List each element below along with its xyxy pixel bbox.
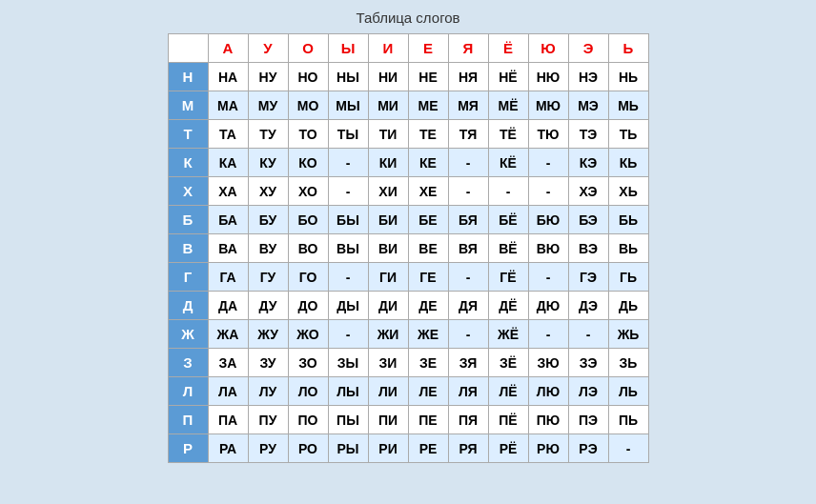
cell-Т-10: ТЬ [608,120,648,149]
cell-Р-9: РЭ [568,434,608,463]
cell-В-0: ВА [208,234,248,263]
cell-Л-3: ЛЫ [328,377,368,406]
cell-Н-4: НИ [368,63,408,91]
cell-Ж-6: - [448,320,488,349]
header-vowel-Э: Э [568,34,608,63]
syllable-table: АУОЫИЕЯЁЮЭЬННАНУНОНЫНИНЕНЯНЁНЮНЭНЬММАМУМ… [168,33,649,463]
cell-М-0: МА [208,91,248,120]
row-label-Н: Н [168,63,208,91]
cell-М-5: МЕ [408,91,448,120]
cell-П-0: ПА [208,406,248,434]
cell-Г-8: - [528,263,568,292]
cell-Т-4: ТИ [368,120,408,149]
cell-Л-2: ЛО [288,377,328,406]
cell-Т-5: ТЕ [408,120,448,149]
cell-Л-9: ЛЭ [568,377,608,406]
cell-М-4: МИ [368,91,408,120]
cell-Б-1: БУ [248,206,288,234]
cell-Г-4: ГИ [368,263,408,292]
cell-П-5: ПЕ [408,406,448,434]
row-label-П: П [168,406,208,434]
cell-К-1: КУ [248,149,288,177]
row-label-Л: Л [168,377,208,406]
cell-Д-10: ДЬ [608,292,648,320]
row-label-Х: Х [168,177,208,206]
cell-В-8: ВЮ [528,234,568,263]
cell-Р-1: РУ [248,434,288,463]
row-label-Г: Г [168,263,208,292]
table-row: ППАПУПОПЫПИПЕПЯПЁПЮПЭПЬ [168,406,648,434]
cell-Д-0: ДА [208,292,248,320]
cell-Т-0: ТА [208,120,248,149]
row-label-М: М [168,91,208,120]
cell-Д-7: ДЁ [488,292,528,320]
table-row: ХХАХУХО-ХИХЕ---ХЭХЬ [168,177,648,206]
table-row: ББАБУБОБЫБИБЕБЯБЁБЮБЭБЬ [168,206,648,234]
cell-Г-9: ГЭ [568,263,608,292]
cell-Х-10: ХЬ [608,177,648,206]
cell-К-9: КЭ [568,149,608,177]
cell-В-1: ВУ [248,234,288,263]
cell-Л-6: ЛЯ [448,377,488,406]
cell-Ж-5: ЖЕ [408,320,448,349]
cell-М-2: МО [288,91,328,120]
cell-М-3: МЫ [328,91,368,120]
cell-Т-1: ТУ [248,120,288,149]
cell-Л-4: ЛИ [368,377,408,406]
cell-Х-2: ХО [288,177,328,206]
cell-Т-3: ТЫ [328,120,368,149]
cell-Ж-4: ЖИ [368,320,408,349]
table-row: ГГАГУГО-ГИГЕ-ГЁ-ГЭГЬ [168,263,648,292]
cell-Б-4: БИ [368,206,408,234]
table-row: ДДАДУДОДЫДИДЕДЯДЁДЮДЭДЬ [168,292,648,320]
cell-Р-7: РЁ [488,434,528,463]
cell-К-5: КЕ [408,149,448,177]
cell-П-9: ПЭ [568,406,608,434]
table-row: ЗЗАЗУЗОЗЫЗИЗЕЗЯЗЁЗЮЗЭЗЬ [168,349,648,377]
cell-Г-5: ГЕ [408,263,448,292]
cell-К-0: КА [208,149,248,177]
cell-В-9: ВЭ [568,234,608,263]
cell-Ж-7: ЖЁ [488,320,528,349]
row-label-Т: Т [168,120,208,149]
cell-Ж-1: ЖУ [248,320,288,349]
cell-М-6: МЯ [448,91,488,120]
cell-Б-5: БЕ [408,206,448,234]
cell-Х-7: - [488,177,528,206]
cell-Д-9: ДЭ [568,292,608,320]
cell-Ж-10: ЖЬ [608,320,648,349]
cell-В-10: ВЬ [608,234,648,263]
cell-З-4: ЗИ [368,349,408,377]
cell-К-7: КЁ [488,149,528,177]
syllable-table-container: АУОЫИЕЯЁЮЭЬННАНУНОНЫНИНЕНЯНЁНЮНЭНЬММАМУМ… [168,33,649,463]
table-row: РРАРУРОРЫРИРЕРЯРЁРЮРЭ- [168,434,648,463]
cell-Х-3: - [328,177,368,206]
cell-П-4: ПИ [368,406,408,434]
cell-Н-6: НЯ [448,63,488,91]
cell-Л-10: ЛЬ [608,377,648,406]
cell-З-1: ЗУ [248,349,288,377]
cell-П-2: ПО [288,406,328,434]
corner-cell [168,34,208,63]
row-label-Ж: Ж [168,320,208,349]
cell-Н-3: НЫ [328,63,368,91]
cell-Ж-2: ЖО [288,320,328,349]
cell-Г-2: ГО [288,263,328,292]
cell-Р-4: РИ [368,434,408,463]
cell-Б-8: БЮ [528,206,568,234]
cell-К-3: - [328,149,368,177]
cell-Б-9: БЭ [568,206,608,234]
cell-Т-7: ТЁ [488,120,528,149]
cell-Х-6: - [448,177,488,206]
cell-К-4: КИ [368,149,408,177]
cell-Д-6: ДЯ [448,292,488,320]
row-label-Р: Р [168,434,208,463]
header-vowel-У: У [248,34,288,63]
cell-Г-6: - [448,263,488,292]
cell-Н-2: НО [288,63,328,91]
cell-Б-2: БО [288,206,328,234]
cell-Д-1: ДУ [248,292,288,320]
cell-Н-0: НА [208,63,248,91]
cell-Л-0: ЛА [208,377,248,406]
row-label-К: К [168,149,208,177]
